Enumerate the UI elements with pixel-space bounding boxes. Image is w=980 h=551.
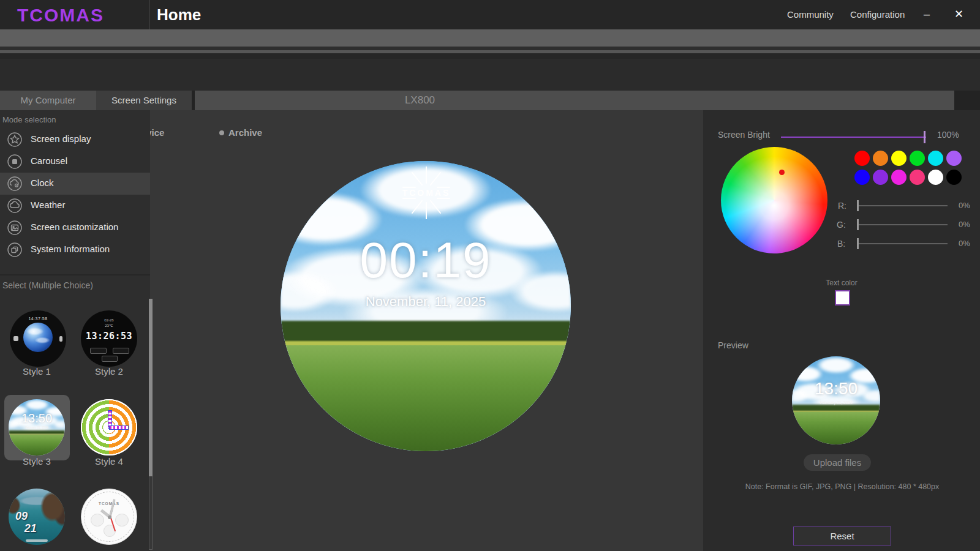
style-3-thumbnail[interactable]: 13:50 February 01, 2024 — [9, 399, 65, 455]
device-nav-bar: Device Service Archive 0° ▼ — [0, 59, 980, 91]
blue-slider-value: 0% — [959, 239, 970, 248]
device-model-label: LX800 — [195, 91, 645, 110]
preview-time: 13:50 — [792, 379, 880, 399]
color-wheel-marker[interactable] — [779, 170, 785, 175]
color-swatch[interactable] — [910, 151, 925, 166]
mode-selection-label: Mode selection — [2, 115, 56, 124]
text-color-swatch[interactable] — [835, 290, 850, 305]
watchface-time: 00:19 — [281, 231, 571, 289]
swatch-row-1 — [854, 151, 962, 166]
tab-screen-settings[interactable]: Screen Settings — [96, 91, 192, 110]
layers-icon — [7, 242, 23, 258]
color-swatch[interactable] — [873, 170, 888, 185]
brightness-slider-handle[interactable] — [924, 131, 925, 143]
preview-label: Preview — [718, 340, 748, 350]
brand-logo: TCOMAS — [17, 5, 104, 26]
sidebar: Mode selection Screen display Carousel C… — [0, 110, 150, 551]
menu-community[interactable]: Community — [787, 9, 834, 20]
red-slider-handle[interactable] — [857, 200, 859, 211]
style-2-thumbnail[interactable]: 02-26 23℃ 13:26:53 — [81, 310, 137, 367]
green-slider[interactable] — [858, 224, 948, 225]
tab-device-model[interactable]: LX800 — [195, 91, 954, 110]
bullet-icon — [219, 130, 224, 135]
swatch-row-2 — [854, 170, 962, 185]
green-slider-label: G: — [837, 220, 846, 230]
style-1-label: Style 1 — [3, 366, 70, 377]
complication-right — [59, 336, 62, 342]
style-4-hour-hand — [109, 425, 129, 430]
brightness-slider[interactable] — [781, 137, 926, 138]
style-2-label: Style 2 — [75, 366, 143, 377]
tab-my-computer[interactable]: My Computer — [0, 91, 96, 110]
brightness-label: Screen Bright — [718, 130, 770, 140]
color-swatch[interactable] — [946, 170, 962, 185]
upload-files-button[interactable]: Upload files — [804, 454, 871, 471]
color-swatch[interactable] — [946, 151, 962, 166]
text-color-label: Text color — [805, 279, 878, 287]
style-3-date: February 01, 2024 — [9, 426, 65, 429]
sidebar-scrollbar-thumb[interactable] — [149, 299, 153, 476]
style-6-thumbnail[interactable]: TCOMAS — [81, 489, 137, 545]
tcomas-starburst-logo: TCOMAS — [392, 167, 461, 219]
image-icon — [7, 220, 23, 236]
preview-thumbnail: 13:50 February 01, 2024 — [792, 356, 880, 444]
sidebar-item-system-information[interactable]: System Information — [0, 239, 150, 261]
blue-slider-label: B: — [837, 239, 845, 249]
style-2-time: 13:26:53 — [81, 331, 137, 342]
format-note: Note: Format is GIF, JPG, PNG | Resoluti… — [710, 482, 974, 491]
sidebar-item-screen-display[interactable]: Screen display — [0, 129, 150, 151]
select-multiple-label: Select (Multiple Choice) — [2, 280, 93, 290]
close-icon[interactable]: ✕ — [954, 7, 963, 21]
sidebar-item-weather[interactable]: Weather — [0, 195, 150, 217]
color-swatch[interactable] — [854, 151, 870, 166]
section-divider — [0, 274, 150, 276]
nav-tab-archive[interactable]: Archive — [228, 127, 262, 138]
earth-clouds — [23, 323, 53, 352]
sidebar-item-clock[interactable]: Clock — [0, 173, 150, 195]
style-5-thumbnail[interactable]: 09 21 — [9, 489, 65, 545]
color-swatch[interactable] — [873, 151, 888, 166]
style-3-label: Style 3 — [3, 456, 70, 467]
color-swatch[interactable] — [910, 170, 925, 185]
red-slider-label: R: — [838, 201, 846, 211]
style-5-hours: 09 — [15, 510, 28, 523]
watchface-brand-text: TCOMAS — [402, 188, 451, 198]
sidebar-item-screen-customization[interactable]: Screen customization — [0, 217, 150, 239]
brightness-value: 100% — [937, 130, 959, 140]
style-1-thumbnail[interactable]: 14:37:58 — [10, 310, 66, 367]
subdial-right — [115, 514, 129, 527]
color-wheel[interactable] — [721, 147, 827, 253]
red-slider-value: 0% — [959, 201, 970, 210]
color-swatch[interactable] — [854, 170, 870, 185]
color-swatch[interactable] — [928, 151, 943, 166]
cloud-clock-icon — [7, 176, 23, 192]
blue-slider[interactable] — [858, 243, 948, 244]
color-swatch[interactable] — [891, 151, 907, 166]
center-cap — [108, 515, 111, 519]
cloud-icon — [7, 198, 23, 214]
style-5-minutes: 21 — [24, 522, 37, 535]
sidebar-item-carousel[interactable]: Carousel — [0, 151, 150, 173]
toolbar-band — [0, 29, 980, 47]
green-slider-handle[interactable] — [857, 219, 859, 230]
color-swatch[interactable] — [928, 170, 943, 185]
style-1-time: 14:37:58 — [10, 317, 66, 321]
color-swatch[interactable] — [891, 170, 907, 185]
style-2-temp: 23℃ — [81, 323, 137, 328]
minimize-icon[interactable]: – — [924, 7, 930, 21]
style-2-widget — [102, 356, 118, 362]
page-title: Home — [157, 6, 201, 24]
preview-date: February 01, 2024 — [792, 400, 880, 405]
blue-slider-handle[interactable] — [857, 238, 859, 249]
style-4-label: Style 4 — [75, 456, 143, 467]
star-icon — [7, 132, 23, 148]
titlebar-divider — [149, 0, 149, 29]
red-slider[interactable] — [858, 205, 948, 206]
style-2-widget — [113, 348, 130, 354]
reset-button[interactable]: Reset — [793, 527, 891, 545]
green-slider-value: 0% — [959, 220, 970, 229]
style-3-time: 13:50 — [9, 411, 65, 425]
menu-configuration[interactable]: Configuration — [850, 9, 905, 20]
style-4-thumbnail[interactable] — [81, 399, 137, 455]
watchface-date: November, 11, 2025 — [281, 294, 571, 310]
